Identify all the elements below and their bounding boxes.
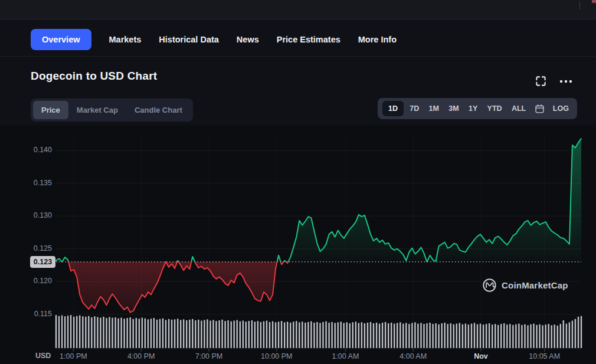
- top-strip: [0, 0, 596, 19]
- y-axis-label: 0.135: [24, 179, 52, 187]
- x-axis-label: 4:00 AM: [387, 352, 440, 360]
- fullscreen-icon: [535, 76, 546, 87]
- range-3m[interactable]: 3M: [445, 101, 462, 116]
- x-axis-label: Nov: [454, 352, 507, 360]
- x-axis-label: 4:00 PM: [114, 352, 168, 360]
- y-axis-label: 0.115: [24, 310, 52, 318]
- coinmarketcap-logo-icon: [482, 278, 497, 293]
- tab-news[interactable]: News: [237, 29, 259, 50]
- tab-more-info[interactable]: More Info: [358, 29, 397, 50]
- calendar-icon: [535, 104, 545, 114]
- range-ytd[interactable]: YTD: [484, 101, 506, 116]
- range-1d[interactable]: 1D: [382, 101, 404, 116]
- view-toggle-market-cap[interactable]: Market Cap: [68, 101, 126, 119]
- ellipsis-icon: [559, 80, 572, 83]
- x-axis-label: 10:00 PM: [250, 352, 303, 360]
- tab-price-estimates[interactable]: Price Estimates: [277, 29, 340, 50]
- dogecoin-chart-page: OverviewMarketsHistorical DataNewsPrice …: [0, 0, 596, 364]
- range-1y[interactable]: 1Y: [465, 101, 481, 116]
- view-toggle-price[interactable]: Price: [33, 101, 68, 119]
- chart-header-actions: [534, 74, 574, 88]
- view-toggle-candle-chart[interactable]: Candle Chart: [126, 101, 191, 119]
- x-axis-label: 10:05 AM: [518, 352, 571, 360]
- fullscreen-button[interactable]: [534, 74, 548, 88]
- y-axis-label: 0.130: [24, 211, 52, 219]
- range-all[interactable]: ALL: [508, 101, 529, 116]
- x-axis-label: 1:00 PM: [47, 352, 100, 360]
- page-title: Dogecoin to USD Chart: [31, 70, 157, 83]
- section-tab-bar: OverviewMarketsHistorical DataNewsPrice …: [31, 29, 397, 50]
- coinmarketcap-watermark: CoinMarketCap: [482, 278, 568, 293]
- y-axis-label: 0.120: [24, 277, 52, 285]
- y-axis-label: 0.140: [24, 146, 52, 154]
- corner-artifact: [592, 0, 596, 3]
- watermark-label: CoinMarketCap: [502, 280, 568, 290]
- log-scale-button[interactable]: LOG: [549, 101, 572, 116]
- top-strip-divider: [579, 2, 580, 9]
- tab-overview[interactable]: Overview: [31, 29, 91, 50]
- x-axis-label: 1:00 AM: [319, 352, 372, 360]
- range-7d[interactable]: 7D: [406, 101, 423, 116]
- tab-historical-data[interactable]: Historical Data: [159, 29, 219, 50]
- tab-bar-divider: [0, 56, 596, 57]
- y-axis-label: 0.125: [24, 244, 52, 252]
- baseline-price-badge: 0.123: [30, 256, 55, 268]
- date-range-calendar-button[interactable]: [532, 101, 547, 116]
- more-options-button[interactable]: [558, 78, 574, 84]
- currency-label: USD: [35, 352, 51, 360]
- tab-markets[interactable]: Markets: [109, 29, 142, 50]
- x-axis-label: 7:00 PM: [182, 352, 235, 360]
- chart-panel: [0, 125, 596, 364]
- chart-view-toggle: PriceMarket CapCandle Chart: [31, 99, 193, 122]
- time-range-group: 1D7D1M3M1YYTDALLLOG: [378, 98, 577, 119]
- range-1m[interactable]: 1M: [425, 101, 443, 116]
